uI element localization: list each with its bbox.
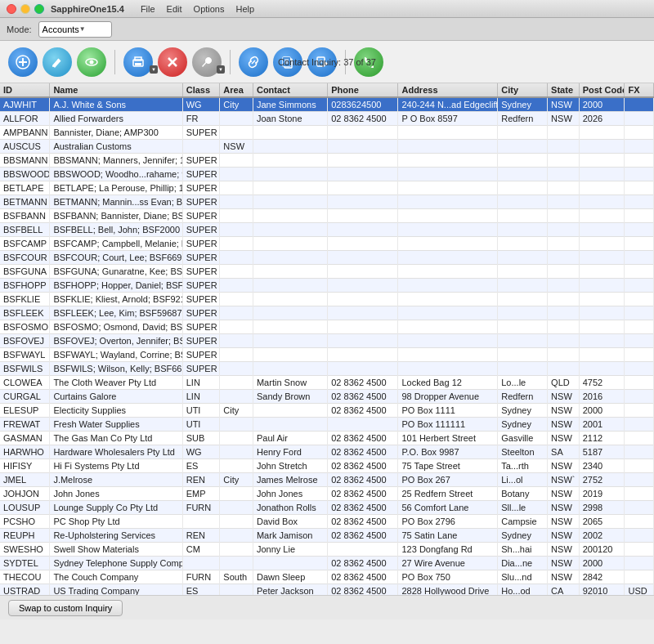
cell-state: NSW <box>548 570 580 584</box>
cell-id: USTRAD <box>0 584 50 596</box>
table-row[interactable]: REUPHRe-Upholstering ServicesRENMark Jam… <box>0 529 654 543</box>
table-row[interactable]: USTRADUS Trading CompanyESPeter Jackson0… <box>0 584 654 596</box>
menu-help[interactable]: Help <box>236 4 255 14</box>
cell-phone: 02 8362 4500 <box>328 515 398 529</box>
table-row[interactable]: BSFBELLBSFBELL; Bell, John; BSF2000SUPER <box>0 223 654 237</box>
table-row[interactable]: BSFBANNBSFBANN; Bannister, Diane; BSF101… <box>0 209 654 223</box>
table-row[interactable]: ALLFORAllied ForwardersFRJoan Stone02 83… <box>0 112 654 126</box>
cell-state <box>548 348 580 362</box>
table-container[interactable]: ID Name Class Area Contact Phone Address… <box>0 83 654 595</box>
table-row[interactable]: THECOUThe Couch CompanyFURNSouthDawn Sle… <box>0 570 654 584</box>
cell-id: BSFOVEJ <box>0 334 50 348</box>
cell-city <box>498 334 548 348</box>
table-row[interactable]: ELESUPElecticity SuppliesUTICity02 8362 … <box>0 404 654 418</box>
table-row[interactable]: BSFWAYLBSFWAYL; Wayland, Corrine; BSF663… <box>0 348 654 362</box>
table-row[interactable]: PCSHOPC Shop Pty LtdDavid Box02 8362 450… <box>0 515 654 529</box>
table-row[interactable]: BSFCAMPBSFCAMP; Campbell, Melanie; BSF63… <box>0 237 654 251</box>
cell-postcode <box>579 306 625 320</box>
table-row[interactable]: CURGALCurtains GaloreLINSandy Brown02 83… <box>0 390 654 404</box>
table-row[interactable]: AUSCUSAustralian CustomsNSW <box>0 140 654 154</box>
table-row[interactable]: BETLAPEBETLAPE; La Perouse, Phillip; 111… <box>0 181 654 195</box>
cell-area <box>220 529 253 543</box>
cell-city: Sll...le <box>498 501 548 515</box>
cell-contact <box>253 209 327 223</box>
wrench-dropdown-arrow[interactable] <box>217 65 225 74</box>
cell-class: EMP <box>182 487 220 501</box>
table-row[interactable]: JMELJ.MelroseRENCityJames Melrose02 8362… <box>0 473 654 487</box>
table-row[interactable]: BSFOSMOBSFOSMO; Osmond, David; BSF663321… <box>0 320 654 334</box>
table-row[interactable]: HIFISYHi Fi Systems Pty LtdESJohn Stretc… <box>0 459 654 473</box>
maximize-button[interactable] <box>34 4 44 14</box>
print-dropdown-arrow[interactable] <box>150 65 158 74</box>
cell-city <box>498 306 548 320</box>
table-row[interactable]: JOHJONJohn JonesEMPJohn Jones02 8362 450… <box>0 487 654 501</box>
cell-state: NSW <box>548 432 580 445</box>
cell-postcode: 2065 <box>579 515 625 529</box>
table-row[interactable]: BSFKLIEBSFKLIE; Kliest, Arnold; BSF921SU… <box>0 293 654 306</box>
cell-postcode <box>579 223 625 237</box>
close-button[interactable] <box>7 4 16 14</box>
cell-address: P.O. Box 9987 <box>398 445 498 459</box>
menu-options[interactable]: Options <box>194 4 225 14</box>
edit-button[interactable] <box>43 47 72 77</box>
table-row[interactable]: AMPBANNBannister, Diane; AMP300SUPER <box>0 126 654 140</box>
cell-class: SUPER <box>182 251 220 265</box>
cancel-button[interactable] <box>158 47 187 77</box>
table-row[interactable]: LOUSUPLounge Supply Co Pty LtdFURNJonath… <box>0 501 654 515</box>
cell-phone <box>328 126 398 140</box>
cell-name: BSFLEEK; Lee, Kim; BSF59687 <box>50 306 182 320</box>
mode-select[interactable]: Accounts ▼ <box>38 21 112 38</box>
table-row[interactable]: BETMANNBETMANN; Mannin...ss Evan; BET425… <box>0 195 654 209</box>
col-header-address: Address <box>398 83 498 97</box>
table-row[interactable]: GASMANThe Gas Man Co Pty LtdSUBPaul Air0… <box>0 432 654 445</box>
cell-name: BSFHOPP; Hopper, Daniel; BSF1244 <box>50 279 182 293</box>
cell-fx <box>625 306 654 320</box>
main-table: ID Name Class Area Contact Phone Address… <box>0 83 654 595</box>
menu-edit[interactable]: Edit <box>167 4 182 14</box>
table-row[interactable]: BSFCOURBSFCOUR; Court, Lee; BSF6699SUPER <box>0 251 654 265</box>
window-controls[interactable] <box>7 4 44 14</box>
table-row[interactable]: BSFHOPPBSFHOPP; Hopper, Daniel; BSF1244S… <box>0 279 654 293</box>
table-row[interactable]: HARWHOHardware Wholesalers Pty LtdWGHenr… <box>0 445 654 459</box>
table-row[interactable]: BSFWILSBSFWILS; Wilson, Kelly; BSF66115S… <box>0 362 654 376</box>
table-row[interactable]: FREWATFresh Water SuppliesUTIPO Box 1111… <box>0 418 654 432</box>
cell-area <box>220 543 253 557</box>
link-button[interactable] <box>239 47 268 77</box>
cell-state <box>548 126 580 140</box>
cell-class: SUPER <box>182 334 220 348</box>
table-row[interactable]: BBSWOODBBSWOOD; Woodho...rahame; 9631245… <box>0 168 654 181</box>
table-row[interactable]: BSFLEEKBSFLEEK; Lee, Kim; BSF59687SUPER <box>0 306 654 320</box>
minimize-button[interactable] <box>20 4 30 14</box>
cell-fx <box>625 195 654 209</box>
cell-phone <box>328 209 398 223</box>
cell-phone <box>328 223 398 237</box>
swap-inquiry-button[interactable]: Swap to custom Inquiry <box>8 600 123 616</box>
print-button[interactable] <box>123 47 153 77</box>
cell-area <box>220 320 253 334</box>
table-row[interactable]: CLOWEAThe Cloth Weaver Pty LtdLINMartin … <box>0 376 654 390</box>
view-button[interactable] <box>77 47 106 77</box>
cell-id: BSFOSMO <box>0 320 50 334</box>
table-row[interactable]: BBSMANNBBSMANN; Manners, Jennifer; 14563… <box>0 154 654 168</box>
cell-city <box>498 320 548 334</box>
menu-file[interactable]: File <box>141 4 155 14</box>
table-row[interactable]: BSFOVEJBSFOVEJ; Overton, Jennifer; BSF36… <box>0 334 654 348</box>
cell-postcode <box>579 334 625 348</box>
table-row[interactable]: SWESHOSwell Show MaterialsCMJonny Lie123… <box>0 543 654 557</box>
cell-name: BBSMANN; Manners, Jennifer; 145632987 <box>50 154 182 168</box>
cell-address <box>398 223 498 237</box>
table-row[interactable]: BSFGUNABSFGUNA; Gunaratne, Kee; BSF9955S… <box>0 265 654 279</box>
cell-phone: 02 8362 4500 <box>328 529 398 543</box>
cell-class: SUPER <box>182 348 220 362</box>
cell-area <box>220 279 253 293</box>
cell-class: SUPER <box>182 209 220 223</box>
cell-address: 98 Dropper Avenue <box>398 390 498 404</box>
cell-contact <box>253 126 327 140</box>
cell-address <box>398 362 498 376</box>
table-row[interactable]: SYDTELSydney Telephone Supply Company02 … <box>0 557 654 570</box>
table-row[interactable]: AJWHITA.J. White & SonsWGCityJane Simmon… <box>0 97 654 112</box>
cell-address: 27 Wire Avenue <box>398 557 498 570</box>
add-button[interactable] <box>8 47 38 77</box>
cell-city: Sydney <box>498 97 548 112</box>
cell-id: BSFBELL <box>0 223 50 237</box>
